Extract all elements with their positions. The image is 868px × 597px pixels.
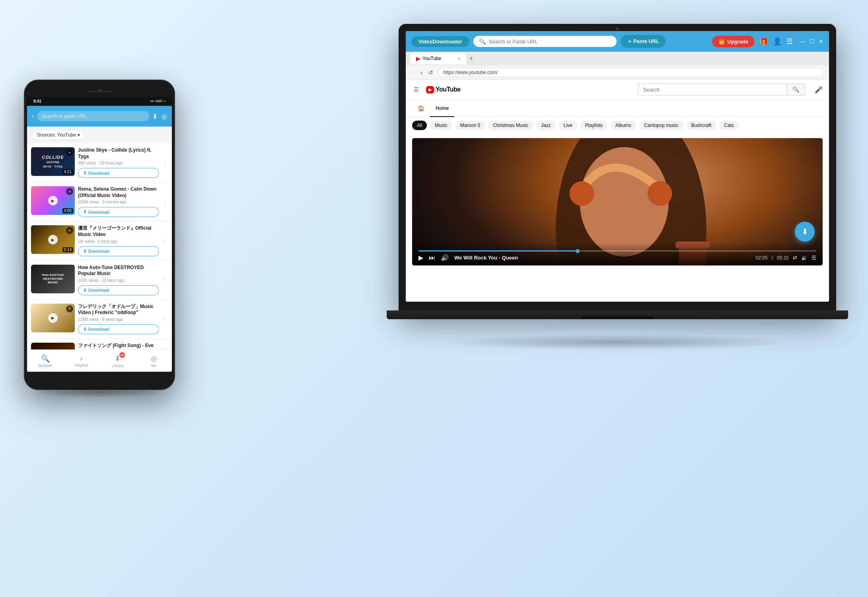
sources-dropdown[interactable]: Sources: YouTube ▾: [32, 130, 85, 140]
filter-playlists[interactable]: Playlists: [580, 121, 607, 130]
new-tab-button[interactable]: +: [466, 55, 476, 62]
yt-mic-button[interactable]: 🎤: [815, 86, 823, 94]
video-title-2: Rema, Selena Gomez - Calm Down (Official…: [78, 186, 159, 199]
progress-bar[interactable]: [418, 250, 816, 252]
mute-button[interactable]: 🔉: [801, 255, 808, 261]
filter-jazz[interactable]: Jazz: [536, 121, 556, 130]
close-button[interactable]: ✕: [819, 38, 823, 45]
download-button-2[interactable]: ⬇ Download: [78, 207, 159, 217]
filter-all[interactable]: All: [412, 121, 427, 130]
crown-icon: 👑: [718, 39, 725, 45]
phone-download-icon[interactable]: ⬇: [152, 113, 158, 120]
app-search-bar[interactable]: 🔍: [473, 36, 617, 47]
video-info-1: Justine Skye - Collide (Lyrics) ft. Tyga…: [78, 147, 159, 178]
download-button-3[interactable]: ⬇ Download: [78, 246, 159, 256]
video-info-6: ファイトソング (Fight Song) - Eve Music Video 5…: [78, 343, 159, 349]
nav-discover[interactable]: 🔍 Discover: [27, 350, 63, 372]
nav-playlists[interactable]: ♪ Playlists: [63, 350, 99, 372]
now-playing-title: We Will Rock You - Queen: [454, 255, 750, 261]
download-button-4[interactable]: ⬇ Download: [78, 285, 159, 295]
search-icon: 🔍: [479, 38, 486, 45]
more-options-button-3[interactable]: ⋮: [162, 238, 168, 244]
phone-notch: [27, 86, 172, 97]
filter-bushcraft[interactable]: Bushcraft: [687, 121, 716, 130]
shuffle-button[interactable]: ⇄: [793, 255, 797, 261]
upgrade-button[interactable]: 👑 Upgrade: [712, 36, 755, 47]
thumb-play-2[interactable]: ▶: [48, 196, 58, 205]
filter-maroon5[interactable]: Maroon 5: [455, 121, 485, 130]
video-meta-5: 119M views · 8 years ago: [78, 317, 159, 322]
phone-discover-icon[interactable]: ◎: [162, 113, 167, 120]
yt-search-button[interactable]: 🔍: [786, 84, 805, 95]
video-info-3: 優里『メリーゴーランド』Official Music Video 1M view…: [78, 225, 159, 256]
filter-music[interactable]: Music: [430, 121, 452, 130]
maximize-button[interactable]: ☐: [810, 38, 815, 45]
more-options-button-5[interactable]: ⋮: [162, 316, 168, 322]
download-button-5[interactable]: ⬇ Download: [78, 324, 159, 334]
phone-back-button[interactable]: ‹: [32, 113, 34, 120]
more-options-button-1[interactable]: ⋮: [162, 160, 168, 166]
phone-shadow: [32, 386, 167, 398]
filter-live[interactable]: Live: [559, 121, 577, 130]
filter-christmas[interactable]: Christmas Music: [488, 121, 533, 130]
nav-library[interactable]: ⬇ 15 Library: [99, 350, 136, 372]
sources-label: Sources: YouTube: [37, 132, 76, 138]
queue-button[interactable]: ☰: [812, 255, 816, 261]
thumb-add-button-1[interactable]: +: [66, 149, 73, 156]
video-controls: ▶ ⏭ 🔊 We Will Rock You - Queen 02:05 / 0…: [412, 242, 823, 265]
tab-close-button[interactable]: ✕: [457, 57, 461, 61]
library-nav-label: Library: [112, 364, 123, 368]
paste-url-button[interactable]: ＋ Paste URL: [621, 35, 666, 48]
account-icon[interactable]: 👤: [773, 37, 782, 46]
yt-home-icon-link[interactable]: 🏠: [412, 100, 430, 117]
menu-icon[interactable]: ☰: [786, 37, 793, 46]
yt-filters: All Music Maroon 5 Christmas Music Jazz …: [406, 117, 829, 133]
download-button-1[interactable]: ⬇ Download: [78, 168, 159, 178]
thumb-play-3[interactable]: ▶: [48, 235, 58, 244]
forward-button[interactable]: ›: [419, 68, 424, 76]
filter-albums[interactable]: Albums: [611, 121, 636, 130]
yt-search-input[interactable]: [638, 84, 786, 95]
volume-button[interactable]: 🔊: [441, 254, 449, 261]
filter-cats[interactable]: Cats: [719, 121, 739, 130]
youtube-tab[interactable]: ▶ YouTube ✕: [411, 53, 466, 64]
video-player[interactable]: ▶ ⏭ 🔊 We Will Rock You - Queen 02:05 / 0…: [412, 138, 823, 265]
download-icon-2: ⬇: [83, 209, 87, 215]
thumb-add-button-5[interactable]: +: [66, 305, 73, 312]
thumb-add-button-3[interactable]: +: [66, 227, 73, 234]
discover-nav-label: Discover: [38, 364, 52, 368]
filter-cantopop[interactable]: Cantopop music: [639, 121, 683, 130]
thumb-add-button-2[interactable]: +: [66, 188, 73, 195]
signal-icon: ▪▪▪: [150, 99, 154, 103]
list-item: ▶ 4:00 + Rema, Selena Gomez - Calm Down …: [27, 182, 172, 221]
back-button[interactable]: ‹: [411, 68, 416, 76]
yt-menu-icon[interactable]: ☰: [412, 86, 420, 94]
minimize-button[interactable]: —: [800, 38, 806, 45]
address-bar[interactable]: https://www.youtube.com/: [438, 68, 824, 77]
refresh-button[interactable]: ↺: [427, 68, 435, 76]
list-item: ▶ 5:14 + 優里『メリーゴーランド』Official Music Vide…: [27, 221, 172, 260]
playlists-nav-icon: ♪: [80, 354, 83, 363]
play-button[interactable]: ▶: [418, 254, 423, 261]
skip-forward-button[interactable]: ⏭: [429, 254, 435, 261]
me-nav-label: Me: [151, 364, 156, 368]
status-icons: ▪▪▪ WiFi ▪: [150, 99, 165, 103]
app-logo-button[interactable]: VideoDownloader: [411, 36, 469, 47]
phone-search-bar[interactable]: Search or paste URL: [37, 111, 149, 121]
wifi-icon: WiFi: [156, 99, 163, 103]
video-meta-1: 35K views · 18 hours ago: [78, 161, 159, 165]
gift-icon[interactable]: 🎁: [759, 37, 768, 46]
yt-home-link[interactable]: Home: [430, 100, 454, 117]
youtube-logo: ▶ YouTube: [426, 86, 461, 94]
download-icon-1: ⬇: [83, 170, 87, 176]
thumb-play-5[interactable]: ▶: [48, 313, 58, 323]
progress-fill: [418, 250, 578, 252]
thumb-duration-3: 5:14: [62, 247, 73, 252]
video-thumbnail-1: COLLIDEJUSTINE SKYE · TYGA 4:21 +: [31, 147, 75, 176]
download-fab-button[interactable]: ⬇: [795, 222, 815, 242]
list-item: ▶ + フレデリック「オドループ」Music Video | Frederic …: [27, 300, 172, 339]
search-input[interactable]: [489, 39, 611, 45]
nav-me[interactable]: ◎ Me: [136, 350, 172, 372]
more-options-button-2[interactable]: ⋮: [162, 199, 168, 205]
more-options-button-4[interactable]: ⋮: [162, 277, 168, 283]
